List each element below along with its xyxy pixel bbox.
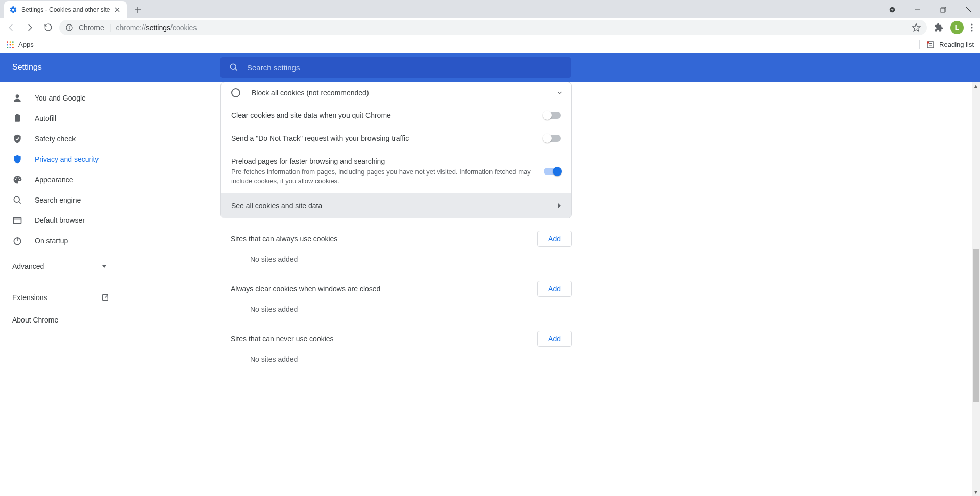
add-clear-on-close-button[interactable]: Add [537, 281, 572, 297]
reload-button[interactable] [41, 20, 55, 35]
scrollbar-track[interactable]: ▲ ▼ [972, 82, 980, 496]
never-allow-title: Sites that can never use cookies [231, 335, 334, 343]
sidebar-item-label: Safety check [35, 135, 76, 143]
clear-on-quit-row[interactable]: Clear cookies and site data when you qui… [221, 104, 571, 127]
clear-on-quit-toggle[interactable] [544, 112, 561, 119]
settings-header: Settings [0, 53, 980, 82]
about-label: About Chrome [12, 316, 58, 324]
sidebar-item-label: Default browser [35, 216, 85, 225]
cookies-card: Block all cookies (not recommended) Clea… [220, 82, 572, 218]
shield-icon [12, 154, 22, 164]
sidebar-item-autofill[interactable]: Autofill [0, 108, 131, 129]
palette-icon [12, 175, 22, 185]
sidebar-item-label: You and Google [35, 94, 86, 102]
forward-button[interactable] [22, 20, 37, 35]
external-link-icon [101, 293, 109, 302]
preload-title: Preload pages for faster browsing and se… [231, 157, 535, 165]
sidebar-advanced-toggle[interactable]: Advanced [0, 255, 119, 278]
scroll-down-arrow[interactable]: ▼ [972, 488, 980, 496]
sidebar-item-search-engine[interactable]: Search engine [0, 190, 131, 210]
minimize-button[interactable] [911, 3, 925, 17]
bookmark-star-icon[interactable] [912, 23, 921, 32]
search-settings-box[interactable] [220, 57, 571, 78]
dnt-row[interactable]: Send a "Do Not Track" request with your … [221, 127, 571, 150]
omnibox-divider: | [109, 23, 111, 32]
svg-rect-40 [14, 217, 21, 224]
sidebar-extensions-link[interactable]: Extensions [0, 286, 119, 309]
svg-marker-47 [558, 203, 561, 209]
svg-point-17 [10, 41, 11, 43]
svg-rect-11 [69, 27, 69, 29]
incognito-indicator-icon[interactable] [885, 3, 899, 17]
address-bar[interactable]: Chrome | chrome://settings/cookies [59, 20, 927, 35]
power-icon [12, 236, 22, 246]
svg-point-38 [14, 196, 19, 202]
site-info-icon[interactable] [65, 23, 74, 32]
reading-list-icon [926, 40, 935, 49]
svg-point-20 [10, 44, 11, 45]
see-all-cookies-link[interactable]: See all cookies and site data [221, 193, 571, 218]
extensions-label: Extensions [12, 293, 47, 302]
add-never-allow-button[interactable]: Add [537, 331, 572, 347]
chevron-down-icon [101, 263, 107, 269]
search-settings-input[interactable] [247, 63, 562, 72]
clear-on-quit-label: Clear cookies and site data when you qui… [231, 111, 535, 119]
advanced-label: Advanced [12, 262, 44, 270]
sidebar-item-privacy-security[interactable]: Privacy and security [0, 149, 131, 169]
svg-point-18 [12, 41, 14, 43]
scrollbar-thumb[interactable] [973, 249, 979, 402]
reading-list-button[interactable]: Reading list [919, 40, 974, 49]
sidebar-item-label: Appearance [35, 176, 74, 184]
close-window-button[interactable] [962, 3, 976, 17]
sidebar-item-you-and-google[interactable]: You and Google [0, 88, 131, 108]
svg-point-14 [971, 27, 972, 28]
apps-label: Apps [18, 41, 34, 48]
svg-point-24 [12, 46, 14, 48]
profile-avatar[interactable]: L [950, 21, 964, 34]
sidebar-item-label: Autofill [35, 114, 56, 122]
clear-on-close-section-header: Always clear cookies when windows are cl… [220, 268, 572, 297]
svg-marker-44 [102, 265, 106, 268]
never-allow-section-header: Sites that can never use cookies Add [220, 318, 572, 347]
dnt-toggle[interactable] [544, 135, 561, 142]
site-chip: Chrome [79, 23, 104, 32]
tab-title: Settings - Cookies and other site [21, 6, 113, 13]
svg-point-16 [7, 41, 8, 43]
svg-point-31 [16, 94, 19, 98]
close-tab-icon[interactable] [113, 6, 121, 14]
sidebar-item-appearance[interactable]: Appearance [0, 169, 131, 190]
preload-row[interactable]: Preload pages for faster browsing and se… [221, 150, 571, 193]
clipboard-icon [12, 113, 22, 123]
browser-tab[interactable]: Settings - Cookies and other site [4, 1, 127, 18]
preload-subtitle: Pre-fetches information from pages, incl… [231, 167, 535, 186]
preload-toggle[interactable] [544, 168, 561, 175]
sidebar-item-safety-check[interactable]: Safety check [0, 129, 131, 149]
maximize-button[interactable] [936, 3, 950, 17]
apps-shortcut[interactable]: Apps [6, 41, 34, 49]
sidebar-item-on-startup[interactable]: On startup [0, 231, 131, 251]
gear-icon [9, 6, 17, 14]
browser-window-icon [12, 215, 22, 226]
extensions-icon[interactable] [934, 23, 943, 32]
scroll-up-arrow[interactable]: ▲ [972, 82, 980, 90]
clear-on-close-title: Always clear cookies when windows are cl… [231, 285, 380, 293]
svg-point-36 [18, 177, 19, 178]
sidebar-about-link[interactable]: About Chrome [0, 309, 119, 331]
svg-point-13 [971, 23, 972, 25]
chrome-menu-icon[interactable] [971, 23, 973, 32]
add-always-allow-button[interactable]: Add [537, 231, 572, 247]
block-all-cookies-option[interactable]: Block all cookies (not recommended) [221, 82, 571, 104]
sidebar-item-default-browser[interactable]: Default browser [0, 210, 131, 231]
url-text: chrome://settings/cookies [116, 23, 197, 32]
expand-button[interactable] [548, 82, 571, 105]
dnt-label: Send a "Do Not Track" request with your … [231, 134, 535, 142]
svg-point-35 [16, 177, 17, 178]
new-tab-button[interactable] [131, 3, 145, 17]
svg-point-21 [12, 44, 14, 45]
svg-point-23 [10, 46, 11, 48]
magnifier-icon [12, 195, 22, 205]
bookmarks-bar: Apps Reading list [0, 37, 980, 53]
back-button[interactable] [4, 20, 18, 35]
sidebar-item-label: On startup [35, 237, 68, 245]
svg-point-19 [7, 44, 8, 45]
